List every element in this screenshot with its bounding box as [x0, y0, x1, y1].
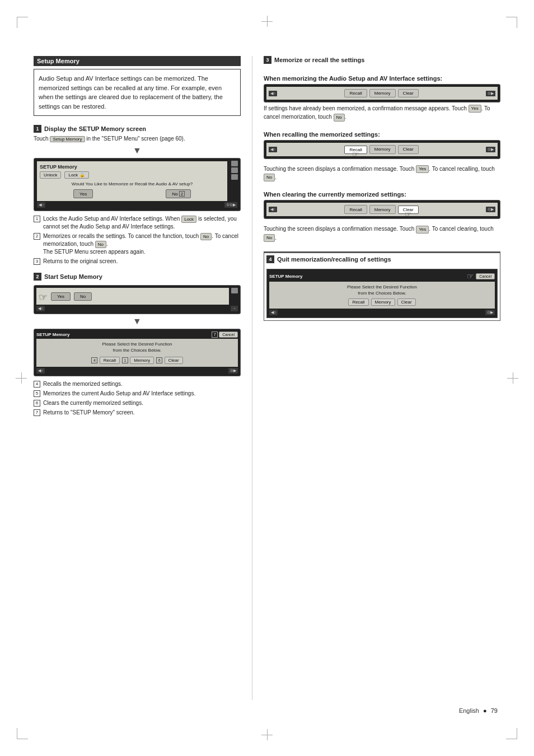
screen1-inner: SETUP Memory Unlock Lock 🔒 Would You Lik… [37, 161, 227, 201]
sm-clear[interactable]: Clear [398, 89, 419, 97]
bullet-2-6: 6 Clears the currently memorized setting… [34, 399, 241, 407]
s4-clear[interactable]: Clear [397, 298, 416, 306]
arrow-down-2: ▼ [34, 317, 241, 326]
yes-button-2a[interactable]: Yes [51, 292, 71, 301]
bullet-1-1: 1 Locks the Audio Setup and AV Interface… [34, 215, 241, 231]
sm-memory[interactable]: Memory [369, 89, 396, 97]
sm-left: ◀○ [269, 91, 277, 96]
s4-buttons: Recall Memory Clear [272, 298, 492, 306]
bullet-num-4: 4 [34, 381, 40, 388]
unlock-button[interactable]: Unlock [40, 171, 61, 179]
bullet-1-3: 3 Returns to the original screen. [34, 258, 241, 265]
screen1-mockup: SETUP Memory Unlock Lock 🔒 Would You Lik… [34, 158, 241, 211]
sr-memory[interactable]: Memory [369, 145, 396, 154]
subsection-recall: When recalling the memorized settings: ◀… [264, 129, 500, 184]
bullet-num-7: 7 [34, 409, 40, 416]
screen2b-top: SETUP Memory 7 Cancel [36, 332, 238, 338]
touch-hand-clear: ☞ [405, 209, 412, 218]
bullet-text-5: Memorizes the current Audio Setup and AV… [43, 390, 195, 398]
s4-title: SETUP Memory [269, 274, 302, 279]
screen-clear: ◀○ Recall Memory Clear ☞ ⊙▶ [264, 200, 500, 219]
sm-buttons: Recall Memory Clear [344, 89, 418, 97]
s4-nav: ⊙▶ [485, 310, 495, 315]
s4-bottom: ◀○ ⊙▶ [269, 310, 495, 315]
screen-step4: SETUP Memory ☞ Cancel Please Select the … [266, 269, 498, 318]
no-button[interactable]: No 2 [166, 189, 190, 198]
intro-text: Audio Setup and AV Interface settings ca… [39, 74, 236, 111]
main-content: Setup Memory Audio Setup and AV Interfac… [34, 56, 500, 700]
bullet-text-6: Clears the currently memorized settings. [43, 399, 143, 407]
screen2a-nav: → [231, 306, 238, 311]
memory-btn-wrap: 1 Memory [122, 356, 154, 364]
memorize-desc: If settings have already been memorized,… [264, 104, 500, 122]
s4-cancel-button[interactable]: Cancel [476, 273, 495, 279]
screen2a-bottom: ◀○ → [36, 306, 238, 311]
memory-button[interactable]: Memory [130, 357, 154, 364]
sc-memory[interactable]: Memory [369, 205, 396, 214]
s4-status: ◀○ [269, 310, 278, 315]
cancel-button-2b[interactable]: Cancel [219, 332, 238, 338]
crosshair-left [16, 372, 27, 384]
step2-header: 2 Start Setup Memory [34, 273, 241, 281]
step4-section: 4 Quit memorization/recalling of setting… [264, 251, 500, 321]
bullet-num-1: 1 [34, 216, 40, 222]
sc-left: ◀○ [269, 207, 277, 212]
btn5-icon: 1 [122, 357, 128, 363]
crosshair-bottom [261, 729, 273, 740]
step2-title: Start Setup Memory [44, 273, 102, 280]
crosshair-top [261, 16, 273, 27]
memorize-title: When memorizing the Audio Setup and AV I… [264, 75, 500, 82]
screen2b-title: SETUP Memory [36, 332, 69, 337]
recall-button[interactable]: Recall [100, 357, 120, 364]
intro-box: Audio Setup and AV Interface settings ca… [34, 69, 241, 116]
bullet-text-1: Locks the Audio Setup and AV Interface s… [43, 215, 241, 231]
section-title: Setup Memory [34, 56, 241, 66]
screen-memorize-inner: ◀○ Recall Memory Clear ⊙▶ [266, 87, 498, 100]
right-column: 3 Memorize or recall the settings When m… [264, 56, 500, 700]
setup-memory-button[interactable]: Setup Memory [50, 136, 85, 142]
sc-right: ⊙▶ [486, 207, 495, 212]
screen1-icon2 [231, 167, 238, 173]
s4-touch-hand: ☞ [467, 272, 474, 281]
step4-badge: 4 [266, 255, 274, 263]
touch-hand-2a: ☞ [39, 291, 48, 304]
page-number: 79 [491, 707, 498, 714]
sc-clear-wrap: Clear ☞ [398, 205, 419, 214]
bullet-2-4: 4 Recalls the memorized settings. [34, 380, 241, 388]
s4-memory[interactable]: Memory [371, 298, 395, 306]
screen1-title: SETUP Memory [40, 164, 224, 170]
step3-title: Memorize or recall the settings [274, 57, 364, 63]
step4-header: 4 Quit memorization/recalling of setting… [264, 253, 500, 265]
sc-recall[interactable]: Recall [344, 205, 367, 214]
sm-right: ⊙▶ [486, 91, 495, 96]
bullet-num-3: 3 [34, 258, 40, 265]
screen2b-body: Please Select the Desired Function from … [36, 339, 238, 367]
step2-badge: 2 [34, 273, 41, 281]
no-inline-m: No [334, 114, 345, 122]
no-inline-c: No [264, 234, 275, 242]
bullet-2-5: 5 Memorizes the current Audio Setup and … [34, 390, 241, 398]
step1-header: 1 Display the SETUP Memory screen [34, 125, 241, 133]
bullet-list-1: 1 Locks the Audio Setup and AV Interface… [34, 215, 241, 267]
screen2b-cancel-area: 7 Cancel [212, 332, 238, 338]
screen2b-nav: ⊙▶ [228, 368, 238, 374]
sm-recall[interactable]: Recall [344, 89, 367, 97]
sr-clear[interactable]: Clear [398, 145, 419, 154]
no-button-2a[interactable]: No [74, 292, 92, 301]
corner-mark-br [506, 728, 517, 739]
lock-button[interactable]: Lock 🔒 [64, 171, 88, 179]
screen2a-buttons: Yes No [51, 292, 92, 301]
sr-right: ⊙▶ [486, 147, 495, 152]
screen2a-icons [231, 288, 238, 293]
s4-recall[interactable]: Recall [348, 298, 368, 306]
yes-button[interactable]: Yes [73, 189, 93, 198]
clear-button[interactable]: Clear [165, 357, 183, 364]
clear-title: When clearing the currently memorized se… [264, 191, 500, 198]
step1-badge: 1 [34, 125, 41, 133]
screen2b-mockup: SETUP Memory 7 Cancel Please Select the … [34, 329, 241, 376]
screen1-icon1 [231, 161, 238, 166]
sr-recall-wrap: Recall ☞ [344, 145, 367, 154]
bullet-num-6: 6 [34, 400, 40, 407]
sr-buttons: Recall ☞ Memory Clear [344, 145, 418, 154]
screen1-side-icons [231, 161, 238, 180]
